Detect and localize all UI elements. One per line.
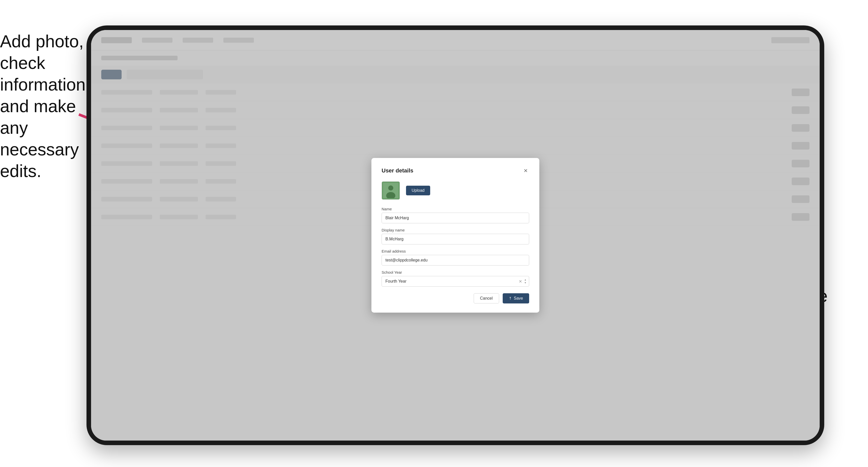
school-year-input[interactable] [381, 276, 529, 287]
email-input[interactable] [381, 255, 529, 266]
tablet-frame: User details ✕ Upload [87, 25, 824, 445]
annotation-left: Add photo, check information and make an… [0, 31, 87, 182]
select-clear-icon[interactable]: ✕ [519, 279, 522, 284]
user-photo-thumbnail [381, 181, 400, 200]
school-year-form-group: School Year ✕ ▲ ▼ [381, 270, 529, 287]
modal-title-bar: User details ✕ [381, 167, 529, 174]
name-input[interactable] [381, 213, 529, 223]
modal-close-button[interactable]: ✕ [522, 167, 529, 174]
photo-svg [383, 183, 398, 198]
modal-title: User details [381, 167, 413, 174]
school-year-select-wrapper: ✕ ▲ ▼ [381, 276, 529, 287]
upload-photo-button[interactable]: Upload [406, 186, 430, 195]
cancel-button[interactable]: Cancel [474, 293, 499, 304]
chevron-up-icon: ▲ [524, 279, 527, 281]
svg-point-5 [388, 185, 393, 190]
save-icon: ⤒ [509, 296, 512, 301]
name-form-group: Name [381, 207, 529, 223]
name-label: Name [381, 207, 529, 211]
select-controls: ✕ ▲ ▼ [519, 279, 527, 284]
tablet-screen: User details ✕ Upload [91, 30, 820, 440]
save-button[interactable]: ⤒ Save [503, 293, 529, 304]
display-name-form-group: Display name [381, 228, 529, 244]
display-name-label: Display name [381, 228, 529, 232]
school-year-label: School Year [381, 270, 529, 275]
email-label: Email address [381, 249, 529, 253]
save-label: Save [514, 296, 523, 301]
email-form-group: Email address [381, 249, 529, 266]
select-arrows: ▲ ▼ [524, 279, 527, 284]
photo-section: Upload [381, 181, 529, 200]
user-details-modal: User details ✕ Upload [371, 158, 539, 313]
chevron-down-icon: ▼ [524, 282, 527, 284]
modal-overlay: User details ✕ Upload [91, 30, 820, 440]
display-name-input[interactable] [381, 234, 529, 244]
modal-actions: Cancel ⤒ Save [381, 293, 529, 304]
